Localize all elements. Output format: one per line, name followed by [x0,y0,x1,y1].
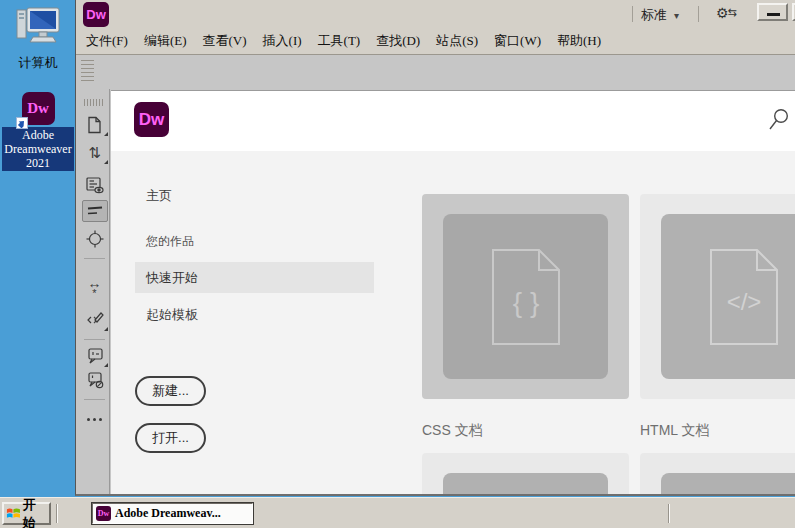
card-css-document[interactable]: { } [422,194,629,399]
css-file-icon: { } [443,214,608,379]
card-row2-left[interactable] [422,453,629,494]
taskbar: 开始 Dw Adobe Dreamweav... [0,497,795,528]
card-row2-right[interactable] [640,453,795,494]
menu-bar: 文件(F) 编辑(E) 查看(V) 插入(I) 工具(T) 查找(D) 站点(S… [76,28,795,55]
titlebar-separator [698,6,699,22]
more-dots-icon[interactable] [82,408,108,430]
menu-window[interactable]: 窗口(W) [494,32,541,50]
panel-grip[interactable] [81,60,94,83]
title-bar[interactable]: Dw 标准▾ ⚙⇆ [76,0,795,28]
tray-divider [668,504,670,523]
menu-find[interactable]: 查找(D) [376,32,420,50]
taskbar-task-dreamweaver[interactable]: Dw Adobe Dreamweav... [92,503,253,524]
html-file-icon: </> [661,214,795,379]
nav-your-work[interactable]: 您的作品 [146,233,194,250]
menu-insert[interactable]: 插入(I) [263,32,302,50]
width-asterisk-icon[interactable]: ↔ * [82,275,108,301]
svg-text:{ }: { } [512,287,538,318]
task-button-label: Adobe Dreamweav... [115,506,221,521]
chevron-down-icon: ▾ [674,10,679,21]
search-icon[interactable] [767,107,789,137]
windows-flag-icon [6,506,21,521]
nav-home[interactable]: 主页 [146,187,172,205]
settings-sync-button[interactable]: ⚙⇆ [716,5,736,21]
dw-welcome-logo: Dw [134,102,169,137]
start-button[interactable]: 开始 [2,502,51,525]
menu-view[interactable]: 查看(V) [203,32,247,50]
comment-icon[interactable] [82,345,108,367]
document-toolbar: ⇅ [80,89,110,494]
menu-file[interactable]: 文件(F) [86,32,128,50]
dw-titlebar-icon: Dw [83,2,109,27]
switch-arrows-icon: ⇆ [728,6,736,18]
card-html-document[interactable]: </> [640,194,795,399]
card-css-label: CSS 文档 [422,422,483,440]
dreamweaver-window: Dw 标准▾ ⚙⇆ 文件(F) 编辑(E) 查看(V) 插入(I) 工具(T) … [75,0,795,496]
dw-task-icon: Dw [96,506,111,521]
app-frame: ⇅ [76,56,795,494]
menu-help[interactable]: 帮助(H) [557,32,601,50]
menu-edit[interactable]: 编辑(E) [144,32,187,50]
computer-icon [15,6,61,48]
welcome-header: Dw [111,91,795,151]
toolbar-divider [84,399,105,400]
desktop-icon-dreamweaver-label: Adobe Dreamweaver 2021 [2,127,74,171]
welcome-screen: Dw 主页 您的作品 快速开始 起始模板 新建... 打开... [111,90,795,494]
svg-text:</>: </> [726,288,761,315]
shortcut-arrow-icon [16,117,28,129]
toolbar-divider [84,339,105,340]
target-circle-icon[interactable] [82,228,108,250]
live-view-list-icon[interactable] [82,174,108,196]
open-button[interactable]: 打开... [135,423,206,453]
desktop-icon-computer[interactable]: 计算机 [6,6,70,72]
code-brush-icon[interactable] [82,309,108,331]
workspace-switcher-dropdown[interactable]: 标准▾ [641,6,679,24]
desktop-icon-dreamweaver[interactable]: Dw Adobe Dreamweaver 2021 [2,92,74,171]
menu-tools[interactable]: 工具(T) [318,32,361,50]
taskbar-divider [56,504,58,523]
nav-starter-templates[interactable]: 起始模板 [146,306,198,324]
menu-site[interactable]: 站点(S) [436,32,478,50]
new-button[interactable]: 新建... [135,376,206,406]
format-lines-icon[interactable] [82,200,108,222]
gear-icon: ⚙ [716,5,728,21]
dreamweaver-app-icon: Dw [22,92,55,125]
minimize-button[interactable] [757,3,788,21]
toolbar-divider [84,258,105,259]
desktop-icon-computer-label: 计算机 [6,54,70,72]
toolbar-grip[interactable] [84,99,105,106]
card-html-label: HTML 文档 [640,422,709,440]
nav-quick-start[interactable]: 快速开始 [135,262,374,293]
swap-arrows-icon[interactable]: ⇅ [82,142,108,164]
welcome-body: 主页 您的作品 快速开始 起始模板 新建... 打开... { } [111,151,795,494]
start-button-label: 开始 [23,496,47,528]
comment-blocked-icon[interactable] [82,369,108,391]
titlebar-separator [632,6,633,22]
new-document-icon[interactable] [82,114,108,136]
